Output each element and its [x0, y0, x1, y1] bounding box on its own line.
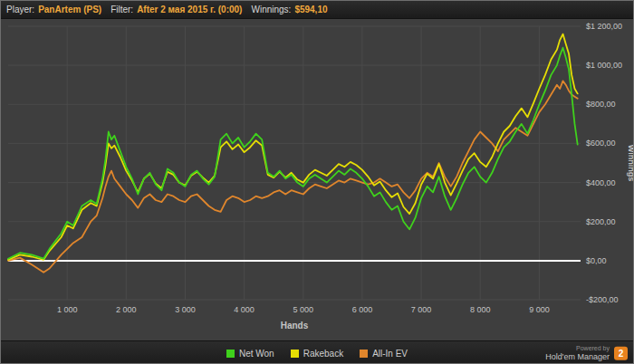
legend-bar: Net Won Rakeback All-In EV Powered by Ho…: [1, 340, 633, 364]
powered-by-text-block: Powered by Hold'em Manager: [545, 345, 610, 361]
x-axis-title: Hands: [281, 321, 309, 330]
y-tick-label: $1 000,00: [586, 61, 622, 70]
legend-label-all-in-ev: All-In EV: [372, 349, 408, 359]
y-tick-label: $1 200,00: [586, 22, 622, 31]
winnings-label: Winnings:: [251, 5, 291, 14]
hm2-logo: 2: [614, 346, 628, 359]
player-value: PanArtem (PS): [38, 5, 101, 14]
legend-item-net-won[interactable]: Net Won: [226, 349, 274, 359]
chart-legend: Net Won Rakeback All-In EV: [226, 349, 408, 359]
x-tick-label: 4 000: [234, 305, 255, 314]
y-tick-label: $800,00: [586, 100, 616, 109]
brand-text: Hold'em Manager: [545, 352, 610, 361]
chart-area: -$200,00$0,00$200,00$400,00$600,00$800,0…: [1, 19, 633, 340]
series-line-net-won: [8, 48, 578, 259]
legend-item-all-in-ev[interactable]: All-In EV: [360, 349, 408, 359]
rakeback-swatch-icon: [291, 350, 299, 358]
legend-item-rakeback[interactable]: Rakeback: [291, 349, 343, 359]
x-tick-label: 2 000: [116, 305, 137, 314]
holdem-manager-graph-window: Player: PanArtem (PS) Filter: After 2 ма…: [0, 0, 634, 364]
y-tick-label: $0,00: [586, 256, 607, 265]
x-tick-label: 5 000: [293, 305, 314, 314]
y-tick-label: $200,00: [586, 217, 616, 226]
filter-label: Filter:: [110, 5, 133, 14]
y-tick-label: -$200,00: [586, 295, 619, 304]
legend-label-net-won: Net Won: [239, 349, 274, 359]
legend-label-rakeback: Rakeback: [303, 349, 343, 359]
status-bar: Player: PanArtem (PS) Filter: After 2 ма…: [1, 1, 633, 19]
y-axis-title: Winnings: [627, 145, 634, 181]
powered-by: Powered by Hold'em Manager 2: [545, 345, 628, 361]
all-in-ev-swatch-icon: [360, 350, 368, 358]
x-tick-label: 3 000: [175, 305, 196, 314]
player-label: Player:: [6, 5, 34, 14]
powered-by-text: Powered by: [576, 345, 610, 352]
x-tick-label: 7 000: [411, 305, 432, 314]
winnings-line-chart: -$200,00$0,00$200,00$400,00$600,00$800,0…: [1, 19, 634, 340]
net-won-swatch-icon: [226, 350, 235, 358]
y-tick-label: $400,00: [586, 178, 616, 187]
x-tick-label: 8 000: [470, 305, 491, 314]
x-tick-label: 9 000: [529, 305, 550, 314]
series-line-rakeback: [8, 34, 578, 260]
filter-value: After 2 мая 2015 г. (0:00): [137, 5, 242, 14]
x-tick-label: 6 000: [352, 305, 373, 314]
x-tick-label: 1 000: [57, 305, 78, 314]
winnings-value: $594,10: [294, 5, 327, 14]
y-tick-label: $600,00: [586, 139, 616, 148]
